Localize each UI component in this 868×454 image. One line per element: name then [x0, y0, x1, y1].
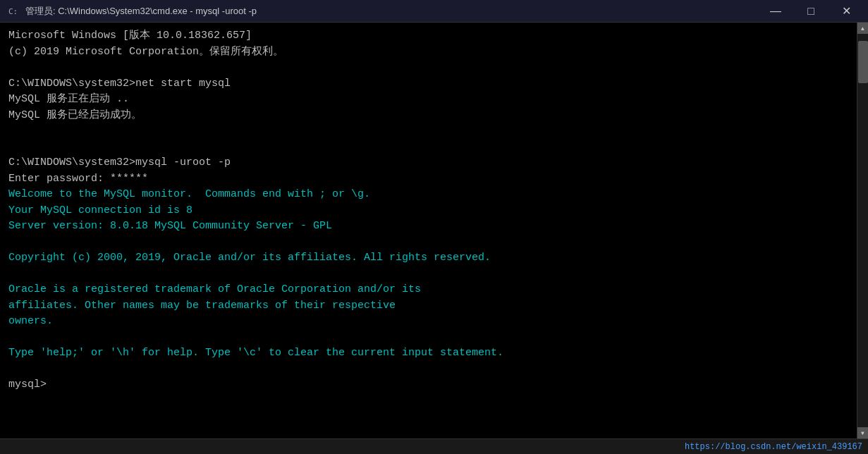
scrollbar[interactable]: ▲ ▼ — [857, 23, 868, 438]
terminal-line: Your MySQL connection id is 8 — [8, 204, 192, 216]
terminal-line: MySQL 服务已经启动成功。 — [8, 109, 142, 121]
terminal-line: C:\WINDOWS\system32>net start mysql — [8, 78, 231, 90]
terminal-line: mysql> — [8, 379, 53, 391]
terminal-output[interactable]: Microsoft Windows [版本 10.0.18362.657] (c… — [0, 23, 857, 438]
terminal-line: Oracle is a registered trademark of Orac… — [8, 283, 421, 295]
svg-text:C:\: C:\ — [8, 7, 18, 16]
status-bar: https://blog.csdn.net/weixin_439167 — [0, 438, 868, 454]
window-title: 管理员: C:\Windows\System32\cmd.exe - mysql… — [25, 5, 759, 18]
terminal-line: affiliates. Other names may be trademark… — [8, 300, 396, 312]
cmd-icon: C:\ — [6, 4, 20, 18]
title-bar: C:\ 管理员: C:\Windows\System32\cmd.exe - m… — [0, 0, 868, 23]
terminal-line: Copyright (c) 2000, 2019, Oracle and/or … — [8, 252, 491, 264]
close-button[interactable]: ✕ — [830, 0, 862, 23]
status-url: https://blog.csdn.net/weixin_439167 — [685, 442, 862, 452]
terminal-line: MySQL 服务正在启动 .. — [8, 93, 129, 105]
maximize-button[interactable]: □ — [795, 0, 827, 23]
terminal-line: Enter password: ****** — [8, 173, 148, 185]
terminal-line: Microsoft Windows [版本 10.0.18362.657] — [8, 30, 252, 42]
scroll-track[interactable] — [857, 34, 868, 427]
cmd-window: C:\ 管理员: C:\Windows\System32\cmd.exe - m… — [0, 0, 868, 454]
terminal-line: C:\WINDOWS\system32>mysql -uroot -p — [8, 157, 231, 168]
content-area: Microsoft Windows [版本 10.0.18362.657] (c… — [0, 23, 868, 438]
terminal-line: Server version: 8.0.18 MySQL Community S… — [8, 220, 332, 232]
terminal-line: Type 'help;' or '\h' for help. Type '\c'… — [8, 347, 503, 359]
scroll-up-button[interactable]: ▲ — [857, 23, 869, 34]
window-controls: — □ ✕ — [759, 0, 862, 23]
terminal-line: owners. — [8, 315, 53, 327]
minimize-button[interactable]: — — [759, 0, 792, 23]
scroll-thumb[interactable] — [858, 41, 868, 83]
terminal-line: Welcome to the MySQL monitor. Commands e… — [8, 188, 370, 200]
scroll-down-button[interactable]: ▼ — [857, 427, 869, 438]
terminal-line: (c) 2019 Microsoft Corporation。保留所有权利。 — [8, 46, 283, 58]
